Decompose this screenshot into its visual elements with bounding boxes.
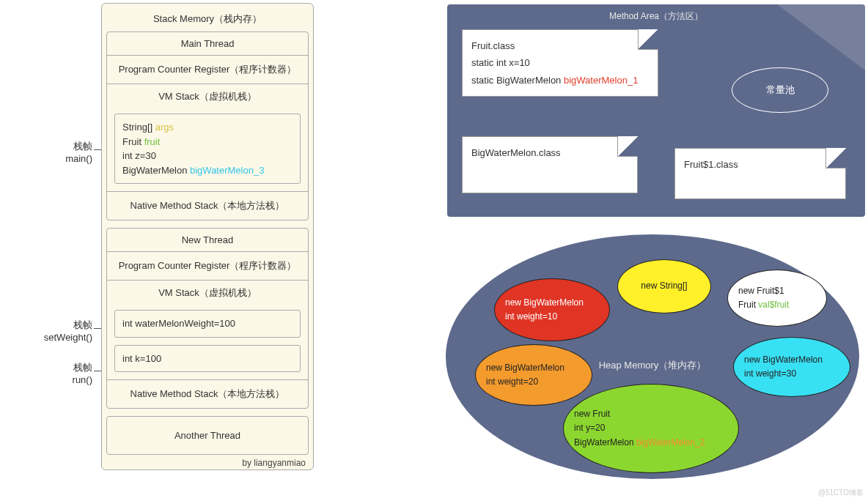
doc-line: static int x=10 <box>471 54 649 71</box>
doc-line: Fruit$1.class <box>684 156 836 173</box>
doc-line: static BigWaterMelon bigWaterMelon_1 <box>471 72 649 89</box>
frame-line: BigWaterMelon bigWaterMelon_3 <box>122 163 293 178</box>
vmstack-main-label: VM Stack（虚拟机栈） <box>107 84 308 109</box>
vmstack-new-label: VM Stack（虚拟机栈） <box>107 281 308 305</box>
obj-orange: new BigWaterMelon int weight=20 <box>475 344 592 406</box>
thread-another: Another Thread <box>106 416 309 455</box>
obj-cyan: new BigWaterMelon int weight=30 <box>733 337 850 397</box>
frame-main: String[] args Fruit fruit int z=30 BigWa… <box>114 114 301 184</box>
doc-fruit1-class: Fruit$1.class <box>674 148 846 199</box>
obj-line: new Fruit <box>574 407 728 421</box>
obj-yellow: new String[] <box>617 259 711 313</box>
doc-fruit-class: Fruit.class static int x=10 static BigWa… <box>462 29 658 97</box>
obj-line: int weight=10 <box>505 310 599 324</box>
docfold-icon <box>638 29 658 50</box>
watermark: @51CTO博客 <box>818 488 864 498</box>
stack-title: Stack Memory（栈内存） <box>106 8 309 31</box>
frame-label-main: 栈帧 main() <box>12 141 92 166</box>
frame-line: int waterMelonWeight=100 <box>122 318 235 329</box>
heap-panel: Heap Memory（堆内存） new BigWaterMelon int w… <box>446 234 859 479</box>
method-area-panel: Method Area（方法区） Fruit.class static int … <box>447 4 865 217</box>
obj-line: new Fruit$1 <box>738 284 816 298</box>
obj-line: int weight=30 <box>744 367 839 381</box>
nms-main: Native Method Stack（本地方法栈） <box>107 191 308 220</box>
constant-pool: 常量池 <box>732 67 828 113</box>
frame-line: String[] args <box>122 120 293 135</box>
thread-new: New Thread Program Counter Register（程序计数… <box>106 228 309 409</box>
doc-line: BigWaterMelon.class <box>471 144 628 161</box>
pcr-new: Program Counter Register（程序计数器） <box>107 252 308 281</box>
panel-fold-icon <box>777 4 865 70</box>
frame-label-setweight: 栈帧 setWeight() <box>12 319 92 344</box>
frame-setweight: int waterMelonWeight=100 <box>114 310 301 338</box>
obj-line: new BigWaterMelon <box>505 296 599 310</box>
frame-line: Fruit fruit <box>122 135 293 149</box>
obj-white: new Fruit$1 Fruit val$fruit <box>727 270 827 327</box>
credit: by liangyanmiao <box>106 458 309 468</box>
doc-bigwatermelon-class: BigWaterMelon.class <box>462 136 638 193</box>
pcr-main: Program Counter Register（程序计数器） <box>107 56 308 84</box>
thread-main: Main Thread Program Counter Register（程序计… <box>106 31 309 220</box>
obj-line: int weight=20 <box>486 375 581 389</box>
docfold-icon <box>617 136 638 157</box>
doc-line: Fruit.class <box>471 37 649 54</box>
nms-new: Native Method Stack（本地方法栈） <box>107 379 308 408</box>
thread-main-title: Main Thread <box>107 32 308 56</box>
obj-line: new BigWaterMelon <box>486 361 581 375</box>
obj-line: new String[] <box>641 279 687 293</box>
obj-line: int y=20 <box>574 421 728 435</box>
obj-line: BigWaterMelon bigWaterMelon_2 <box>574 436 728 450</box>
stack-memory-panel: Stack Memory（栈内存） Main Thread Program Co… <box>101 3 314 470</box>
obj-line: new BigWaterMelon <box>744 353 839 367</box>
obj-red: new BigWaterMelon int weight=10 <box>494 278 610 341</box>
frame-run: int k=100 <box>114 345 301 373</box>
thread-new-title: New Thread <box>107 229 308 252</box>
frame-line: int z=30 <box>122 149 293 163</box>
frame-line: int k=100 <box>122 353 161 364</box>
obj-green: new Fruit int y=20 BigWaterMelon bigWate… <box>563 384 739 473</box>
docfold-icon <box>825 148 846 168</box>
frame-label-run: 栈帧 run() <box>12 362 92 387</box>
obj-line: Fruit val$fruit <box>738 298 816 312</box>
